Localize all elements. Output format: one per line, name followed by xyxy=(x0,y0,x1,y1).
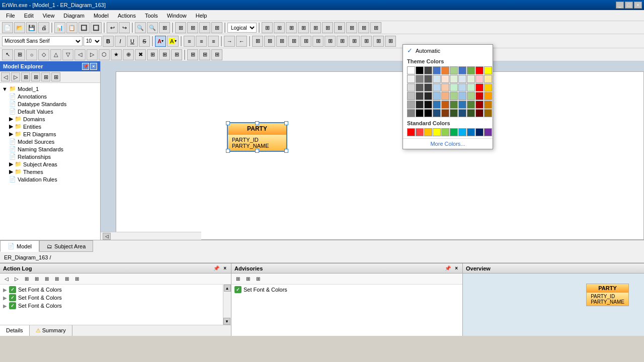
advisories-pin[interactable]: 📌 xyxy=(443,265,452,271)
new-btn[interactable]: 📄 xyxy=(2,22,13,33)
btn9[interactable]: ⊞ xyxy=(211,22,222,33)
canvas-whiteboard[interactable]: PARTY PARTY_ID PARTY_NAME xyxy=(116,71,644,240)
theme-color-swatch[interactable] xyxy=(407,83,415,92)
draw-btn13[interactable]: ⊞ xyxy=(147,49,158,60)
theme-color-swatch[interactable] xyxy=(467,75,475,83)
theme-color-swatch[interactable] xyxy=(450,109,458,117)
standard-color-swatch[interactable] xyxy=(475,128,484,136)
adv-btn1[interactable]: ⊞ xyxy=(233,275,243,284)
theme-color-swatch[interactable] xyxy=(433,92,441,100)
sb-btn3[interactable]: ⊞ xyxy=(21,72,30,81)
menu-help[interactable]: Help xyxy=(192,12,211,20)
theme-color-swatch[interactable] xyxy=(424,66,432,74)
draw-btn7[interactable]: ◁ xyxy=(74,49,86,60)
fmt-more9[interactable]: ⊞ xyxy=(349,36,360,47)
tree-item-validation-rules[interactable]: 📄 Validation Rules xyxy=(2,175,98,183)
tree-item-domains[interactable]: ▶ 📁 Domains xyxy=(2,115,98,123)
fmt-more7[interactable]: ⊞ xyxy=(325,36,336,47)
menu-diagram[interactable]: Diagram xyxy=(59,12,89,20)
zoom-out-btn[interactable]: 🔍 xyxy=(135,22,146,33)
btn13[interactable]: ⊞ xyxy=(298,22,309,33)
theme-color-swatch[interactable] xyxy=(458,101,466,109)
btn15[interactable]: ⊞ xyxy=(322,22,333,33)
theme-color-swatch[interactable] xyxy=(458,75,466,83)
tree-item-model[interactable]: ▼ 📁 Model_1 xyxy=(2,85,98,93)
theme-color-swatch[interactable] xyxy=(407,101,415,109)
menu-tools[interactable]: Tools xyxy=(141,12,162,20)
tree-item-model-sources[interactable]: 📄 Model Sources xyxy=(2,138,98,145)
fmt-more12[interactable]: ⊞ xyxy=(385,36,396,47)
theme-color-swatch[interactable] xyxy=(450,101,458,109)
fmt-more1[interactable]: ⊞ xyxy=(252,36,263,47)
fmt-more6[interactable]: ⊞ xyxy=(312,36,324,47)
draw-btn5[interactable]: △ xyxy=(50,49,61,60)
adv-btn2[interactable]: ⊞ xyxy=(244,275,253,284)
theme-color-swatch[interactable] xyxy=(458,92,466,100)
theme-color-swatch[interactable] xyxy=(424,101,432,109)
tree-item-annotations[interactable]: 📄 Annotations xyxy=(2,93,98,100)
maximize-button[interactable]: □ xyxy=(625,2,633,9)
standard-color-swatch[interactable] xyxy=(450,128,458,136)
minimize-button[interactable]: _ xyxy=(616,2,624,9)
sb-btn6[interactable]: ⊞ xyxy=(51,72,60,81)
al-btn5[interactable]: ⊞ xyxy=(42,275,51,284)
open-btn[interactable]: 📂 xyxy=(14,22,25,33)
standard-color-swatch[interactable] xyxy=(441,128,449,136)
italic-button[interactable]: I xyxy=(115,36,126,47)
theme-color-swatch[interactable] xyxy=(416,83,424,92)
theme-color-swatch[interactable] xyxy=(441,109,449,117)
fmt-more3[interactable]: ⊞ xyxy=(276,36,287,47)
draw-btn8[interactable]: ▷ xyxy=(87,49,98,60)
draw-btn1[interactable]: ↖ xyxy=(2,49,13,60)
standard-color-swatch[interactable] xyxy=(407,128,415,136)
action-log-pin[interactable]: 📌 xyxy=(212,265,221,271)
sb-btn1[interactable]: ◁ xyxy=(1,72,10,81)
tab-subject-area[interactable]: 🗂 Subject Area xyxy=(39,240,93,252)
theme-color-swatch[interactable] xyxy=(467,109,475,117)
redo-btn[interactable]: ↪ xyxy=(119,22,130,33)
theme-color-swatch[interactable] xyxy=(433,75,441,83)
align-center-btn[interactable]: ≡ xyxy=(196,36,207,47)
tree-item-entities[interactable]: ▶ 📁 Entities xyxy=(2,123,98,130)
tree-item-er-diagrams[interactable]: ▶ 📁 ER Diagrams xyxy=(2,130,98,138)
fmt-more4[interactable]: ⊞ xyxy=(288,36,299,47)
fmt-more11[interactable]: ⊞ xyxy=(373,36,384,47)
menu-actions[interactable]: Actions xyxy=(114,12,140,20)
theme-color-swatch[interactable] xyxy=(441,66,449,74)
font-size-select[interactable]: 10 xyxy=(84,36,102,46)
draw-btn17[interactable]: ⊞ xyxy=(199,49,210,60)
draw-btn15[interactable]: ⊞ xyxy=(171,49,182,60)
close-button[interactable]: × xyxy=(634,2,642,9)
handle-tc[interactable] xyxy=(255,121,259,125)
btn11[interactable]: ⊞ xyxy=(274,22,285,33)
theme-color-swatch[interactable] xyxy=(433,101,441,109)
draw-btn18[interactable]: ⊞ xyxy=(211,49,222,60)
btn7[interactable]: ⊞ xyxy=(187,22,198,33)
align-right-btn[interactable]: ≡ xyxy=(208,36,219,47)
log-row-2[interactable]: ▶ ✓ Set Font & Colors xyxy=(1,294,230,302)
sidebar-close-btn[interactable]: × xyxy=(90,63,97,70)
fmt-more5[interactable]: ⊞ xyxy=(300,36,311,47)
theme-color-swatch[interactable] xyxy=(407,75,415,83)
btn12[interactable]: ⊞ xyxy=(286,22,297,33)
advisory-row-1[interactable]: ✓ Set Font & Colors xyxy=(232,286,461,294)
btn18[interactable]: ⊞ xyxy=(358,22,369,33)
theme-color-swatch[interactable] xyxy=(484,109,492,117)
log-row-1[interactable]: ▶ ✓ Set Font & Colors xyxy=(1,286,230,294)
font-name-select[interactable]: Microsoft Sans Serif xyxy=(2,36,83,46)
tree-item-datatype-standards[interactable]: 📄 Datatype Standards xyxy=(2,100,98,108)
handle-br[interactable] xyxy=(284,149,288,153)
theme-color-swatch[interactable] xyxy=(475,92,484,100)
theme-color-swatch[interactable] xyxy=(433,66,441,74)
fmt-more2[interactable]: ⊞ xyxy=(264,36,275,47)
underline-button[interactable]: U xyxy=(127,36,138,47)
theme-color-swatch[interactable] xyxy=(424,83,432,92)
theme-color-swatch[interactable] xyxy=(475,101,484,109)
theme-color-swatch[interactable] xyxy=(467,83,475,92)
save-btn[interactable]: 💾 xyxy=(26,22,37,33)
theme-color-swatch[interactable] xyxy=(424,92,432,100)
theme-color-swatch[interactable] xyxy=(484,66,492,74)
theme-color-swatch[interactable] xyxy=(433,109,441,117)
draw-btn9[interactable]: ⬡ xyxy=(99,49,110,60)
al-btn3[interactable]: ⊞ xyxy=(22,275,31,284)
